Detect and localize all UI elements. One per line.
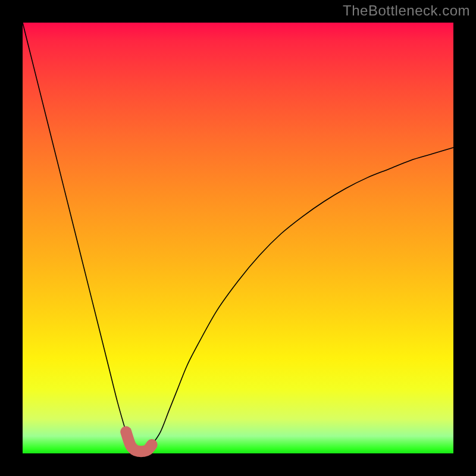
curve-svg <box>23 23 453 453</box>
optimal-range-marker <box>126 432 152 452</box>
chart-root: TheBottleneck.com <box>0 0 476 476</box>
watermark-text: TheBottleneck.com <box>343 2 470 19</box>
bottleneck-curve <box>23 23 453 452</box>
plot-area <box>23 23 453 453</box>
